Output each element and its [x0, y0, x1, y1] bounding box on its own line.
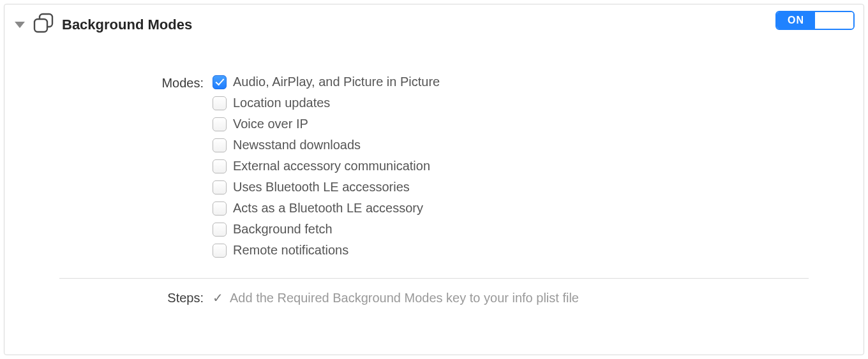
mode-checkbox[interactable] [213, 96, 227, 110]
svg-rect-1 [34, 19, 47, 32]
capability-panel: Background Modes ON Modes: Audio, AirPla… [4, 4, 864, 355]
mode-option: Uses Bluetooth LE accessories [213, 180, 809, 194]
mode-checkbox[interactable] [213, 117, 227, 131]
mode-checkbox[interactable] [213, 201, 227, 216]
mode-checkbox[interactable] [213, 244, 227, 258]
mode-checkbox[interactable] [213, 159, 227, 173]
checkmark-icon: ✓ [213, 290, 223, 305]
step-item: ✓Add the Required Background Modes key t… [213, 290, 809, 305]
mode-option: Voice over IP [213, 117, 809, 131]
mode-label: Remote notifications [233, 243, 348, 258]
mode-label: Newsstand downloads [233, 138, 361, 152]
mode-label: Voice over IP [233, 117, 308, 131]
mode-label: Background fetch [233, 222, 333, 237]
steps-row: Steps: ✓Add the Required Background Mode… [59, 290, 809, 305]
toggle-on-label: ON [777, 12, 815, 29]
panel-header: Background Modes [15, 11, 853, 39]
mode-option: Remote notifications [213, 243, 809, 258]
mode-label: External accessory communication [233, 159, 430, 173]
mode-option: Acts as a Bluetooth LE accessory [213, 201, 809, 216]
mode-option: Audio, AirPlay, and Picture in Picture [213, 75, 809, 89]
panel-title: Background Modes [62, 17, 192, 33]
capability-toggle[interactable]: ON [775, 11, 855, 30]
mode-option: Background fetch [213, 222, 809, 237]
steps-label: Steps: [59, 291, 213, 305]
mode-label: Location updates [233, 96, 330, 110]
mode-checkbox[interactable] [213, 180, 227, 194]
mode-option: Location updates [213, 96, 809, 110]
panel-body: Modes: Audio, AirPlay, and Picture in Pi… [15, 75, 853, 305]
mode-checkbox[interactable] [213, 75, 227, 89]
step-text: Add the Required Background Modes key to… [230, 291, 579, 305]
modes-row: Modes: Audio, AirPlay, and Picture in Pi… [59, 75, 809, 264]
mode-label: Uses Bluetooth LE accessories [233, 180, 410, 194]
divider [59, 278, 809, 279]
mode-option: Newsstand downloads [213, 138, 809, 152]
modes-list: Audio, AirPlay, and Picture in PictureLo… [213, 75, 809, 264]
steps-list: ✓Add the Required Background Modes key t… [213, 290, 809, 305]
mode-label: Acts as a Bluetooth LE accessory [233, 201, 423, 216]
mode-label: Audio, AirPlay, and Picture in Picture [233, 75, 440, 89]
mode-checkbox[interactable] [213, 223, 227, 237]
mode-checkbox[interactable] [213, 138, 227, 152]
toggle-off-segment [815, 12, 853, 29]
background-modes-icon [31, 11, 57, 39]
modes-label: Modes: [59, 75, 213, 91]
mode-option: External accessory communication [213, 159, 809, 173]
disclosure-triangle-icon[interactable] [15, 22, 25, 28]
